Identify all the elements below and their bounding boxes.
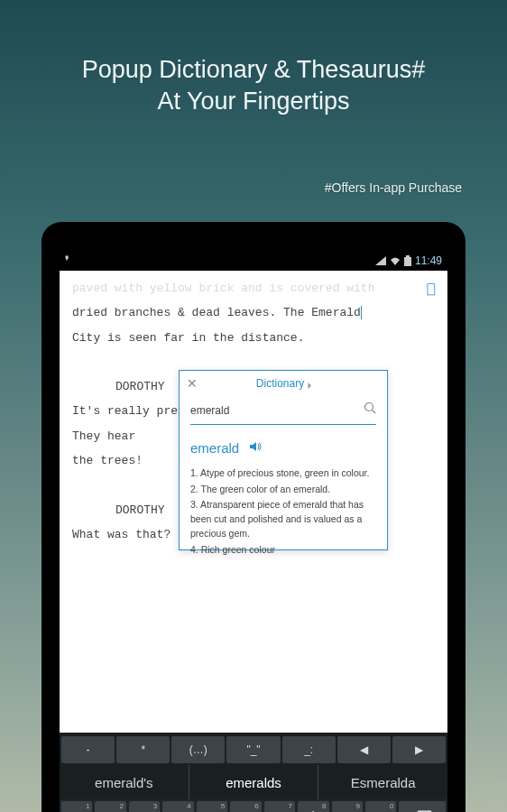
toolbar-key-right[interactable]: ▶ (392, 736, 446, 763)
key-i[interactable]: i8 (298, 801, 328, 812)
text-editor[interactable]: ⎕ paved with yellow brick and is covered… (60, 271, 447, 577)
key-u[interactable]: u7 (264, 801, 295, 812)
svg-marker-5 (250, 442, 256, 451)
suggestion[interactable]: Esmeralda (318, 765, 447, 799)
svg-rect-1 (404, 257, 411, 266)
toolbar-key-colon[interactable]: _: (282, 736, 336, 763)
toolbar-key-dash[interactable]: - (61, 736, 115, 763)
marketing-title-2: At Your Fingertips (157, 88, 349, 115)
key-backspace[interactable]: ⌫ (399, 801, 446, 812)
svg-marker-0 (375, 256, 386, 265)
keyboard-suggestions: emerald's emeralds Esmeralda (60, 765, 447, 799)
key-e[interactable]: e3 (129, 801, 160, 812)
toolbar-key-quotes[interactable]: "_" (226, 736, 280, 763)
dictionary-search-input[interactable] (190, 404, 364, 417)
wifi-icon (390, 256, 401, 265)
entry-word: emerald (190, 434, 239, 463)
search-icon[interactable] (364, 398, 376, 422)
audio-icon[interactable] (250, 436, 263, 460)
device-screen: ❜ 11:49 ⎕ paved with yellow brick and is… (60, 251, 447, 812)
key-w[interactable]: w2 (95, 801, 125, 812)
definition: 3. Atransparent piece of emerald that ha… (190, 498, 376, 540)
toolbar-key-left[interactable]: ◀ (337, 736, 391, 763)
key-t[interactable]: t5 (197, 801, 227, 812)
on-screen-keyboard: - * (…) "_" _: ◀ ▶ emerald's emeralds Es… (60, 733, 447, 812)
keyboard-toolbar: - * (…) "_" _: ◀ ▶ (60, 733, 447, 765)
key-y[interactable]: y6 (230, 801, 261, 812)
dictionary-popup: ✕ Dictionary emerald 1. (179, 370, 388, 550)
editor-line: City is seen far in the distance. (72, 326, 435, 350)
marketing-title-1: Popup Dictionary & Thesaurus# (82, 56, 426, 83)
marketing-header: Popup Dictionary & Thesaurus# At Your Fi… (0, 0, 507, 117)
svg-rect-2 (406, 255, 410, 257)
suggestion-selected[interactable]: emeralds (189, 765, 319, 799)
toolbar-key-parens[interactable]: (…) (171, 736, 225, 763)
battery-icon (404, 255, 411, 266)
popup-title[interactable]: Dictionary (198, 373, 367, 395)
status-clock: 11:49 (415, 254, 442, 267)
definition: 2. The green color of an emerald. (190, 483, 376, 497)
toolbar-key-star[interactable]: * (116, 736, 170, 763)
marketing-note: #Offers In-app Purchase (325, 180, 462, 195)
definition: 4. Rich green colour (190, 543, 376, 558)
signal-icon (375, 256, 386, 265)
editor-line: paved with yellow brick and is covered w… (72, 276, 435, 300)
editor-line: dried branches & dead leaves. The Emeral… (72, 300, 435, 325)
key-o[interactable]: o9 (332, 801, 363, 812)
key-r[interactable]: r4 (162, 801, 193, 812)
status-bar: ❜ 11:49 (60, 251, 447, 271)
suggestion[interactable]: emerald's (60, 765, 189, 799)
key-q[interactable]: q1 (61, 801, 92, 812)
svg-line-4 (373, 411, 376, 414)
key-p[interactable]: p0 (365, 801, 396, 812)
app-logo-icon: ❜ (65, 254, 69, 268)
svg-point-3 (365, 403, 373, 411)
definition: 1. Atype of precious stone, green in col… (190, 466, 376, 481)
device-frame: ❜ 11:49 ⎕ paved with yellow brick and is… (41, 222, 466, 812)
close-icon[interactable]: ✕ (187, 371, 198, 397)
